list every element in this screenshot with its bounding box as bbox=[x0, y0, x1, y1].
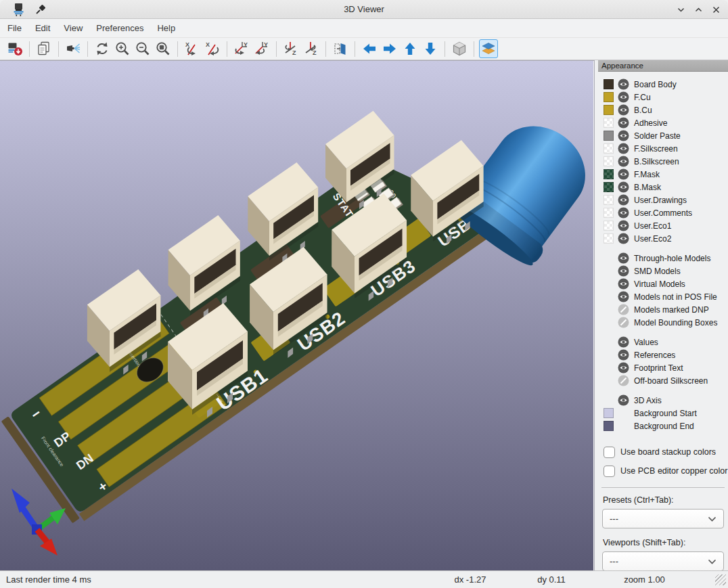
visibility-eye-icon[interactable] bbox=[618, 375, 629, 386]
layer-row-user-drawings: User.Drawings bbox=[598, 194, 728, 206]
background-start-swatch[interactable] bbox=[604, 408, 614, 418]
svg-text:Z: Z bbox=[292, 49, 296, 56]
layer-color-swatch[interactable] bbox=[604, 118, 614, 128]
layer-color-swatch[interactable] bbox=[604, 169, 614, 179]
option-row-background-end: Background End bbox=[598, 420, 728, 432]
dx-status: dx -1.27 bbox=[433, 574, 507, 585]
visibility-eye-icon[interactable] bbox=[618, 278, 629, 290]
use-board-stackup-colors-checkbox[interactable] bbox=[604, 447, 615, 458]
menu-view[interactable]: View bbox=[57, 19, 89, 38]
visibility-eye-icon[interactable] bbox=[618, 130, 629, 141]
use-pcb-editor-copper-color-checkbox[interactable] bbox=[604, 466, 615, 477]
layer-color-swatch[interactable] bbox=[604, 105, 614, 115]
visibility-eye-icon[interactable] bbox=[618, 220, 629, 231]
visibility-eye-icon[interactable] bbox=[618, 104, 629, 116]
render-raytracing-button[interactable] bbox=[64, 39, 83, 58]
rotate-y-counterclockwise-button[interactable]: Y bbox=[252, 39, 271, 58]
pan-left-icon bbox=[361, 41, 378, 57]
appearance-panel: Appearance Board Body F.Cu B.Cu Adhesive bbox=[598, 60, 728, 570]
presets-label: Presets (Ctrl+Tab): bbox=[598, 488, 728, 507]
flip-board-icon bbox=[332, 41, 348, 57]
layer-row-user-comments: User.Comments bbox=[598, 206, 728, 219]
resize-grip[interactable] bbox=[715, 574, 726, 585]
layer-row-f-cu: F.Cu bbox=[598, 91, 728, 104]
option-row-smd-models: SMD Models bbox=[598, 265, 728, 277]
toggle-appearance-panel-button[interactable] bbox=[479, 39, 498, 58]
layer-color-swatch[interactable] bbox=[604, 92, 614, 102]
menu-help[interactable]: Help bbox=[150, 19, 182, 38]
option-row-models-marked-dnp: Models marked DNP bbox=[598, 303, 728, 316]
orthographic-cube-icon bbox=[451, 41, 468, 57]
zoom-out-button[interactable] bbox=[133, 39, 152, 58]
layer-color-swatch[interactable] bbox=[604, 182, 614, 192]
visibility-eye-icon[interactable] bbox=[618, 265, 629, 277]
option-row-model-bounding-boxes: Model Bounding Boxes bbox=[598, 316, 728, 329]
render-time-status: Last render time 4 ms bbox=[6, 574, 91, 585]
flip-board-button[interactable] bbox=[331, 39, 350, 58]
visibility-eye-icon[interactable] bbox=[618, 349, 629, 361]
visibility-eye-icon[interactable] bbox=[618, 194, 629, 206]
layer-row-f-mask: F.Mask bbox=[598, 168, 728, 181]
rotate-x-counterclockwise-button[interactable]: X bbox=[203, 39, 222, 58]
pan-up-button[interactable] bbox=[401, 39, 419, 58]
chevron-down-icon bbox=[708, 516, 716, 522]
layer-row-b-silkscreen: B.Silkscreen bbox=[598, 155, 728, 168]
layer-color-swatch[interactable] bbox=[604, 79, 614, 89]
zoom-to-fit-icon bbox=[155, 41, 171, 57]
layer-color-swatch[interactable] bbox=[604, 233, 614, 244]
visibility-eye-icon[interactable] bbox=[618, 168, 629, 180]
layer-color-swatch[interactable] bbox=[604, 195, 614, 205]
visibility-eye-icon[interactable] bbox=[618, 156, 629, 167]
visibility-eye-icon[interactable] bbox=[618, 304, 629, 315]
option-row-background-start: Background Start bbox=[598, 407, 728, 420]
visibility-eye-icon[interactable] bbox=[618, 78, 629, 90]
visibility-eye-icon[interactable] bbox=[618, 233, 629, 244]
option-row-references: References bbox=[598, 348, 728, 361]
pan-left-button[interactable] bbox=[360, 39, 379, 58]
layer-color-swatch[interactable] bbox=[604, 131, 614, 141]
refresh-view-button[interactable] bbox=[93, 39, 112, 58]
zoom-to-fit-button[interactable] bbox=[154, 39, 173, 58]
toolbar: X X Y Y bbox=[0, 38, 728, 60]
layer-color-swatch[interactable] bbox=[604, 221, 614, 231]
shade-icon[interactable] bbox=[676, 5, 686, 15]
layer-row-user-eco1: User.Eco1 bbox=[598, 219, 728, 232]
statusbar: Last render time 4 ms dx -1.27 dy 0.11 z… bbox=[0, 570, 728, 588]
menu-preferences[interactable]: Preferences bbox=[89, 19, 150, 38]
menu-file[interactable]: File bbox=[1, 19, 28, 38]
visibility-eye-icon[interactable] bbox=[618, 181, 629, 193]
layer-color-swatch[interactable] bbox=[604, 208, 614, 218]
visibility-eye-icon[interactable] bbox=[618, 336, 629, 348]
visibility-eye-icon[interactable] bbox=[618, 252, 629, 264]
layer-color-swatch[interactable] bbox=[604, 143, 614, 154]
visibility-eye-icon[interactable] bbox=[618, 362, 629, 374]
rotate-x-clockwise-button[interactable]: X bbox=[183, 39, 202, 58]
background-end-swatch[interactable] bbox=[604, 421, 614, 431]
presets-dropdown[interactable]: --- bbox=[602, 509, 724, 528]
pan-right-button[interactable] bbox=[380, 39, 399, 58]
visibility-eye-icon[interactable] bbox=[618, 291, 629, 302]
viewports-dropdown[interactable]: --- bbox=[602, 551, 724, 571]
copy-image-button[interactable] bbox=[35, 39, 53, 58]
close-icon[interactable] bbox=[711, 5, 721, 15]
rotate-z-clockwise-icon: Z bbox=[283, 41, 299, 57]
3d-viewport[interactable]: − DP DN + Front clearance Insertion dept… bbox=[0, 60, 595, 570]
maximize-icon[interactable] bbox=[693, 5, 704, 15]
zoom-in-button[interactable] bbox=[113, 39, 132, 58]
visibility-eye-icon[interactable] bbox=[618, 117, 629, 129]
visibility-eye-icon[interactable] bbox=[618, 317, 629, 328]
visibility-eye-icon[interactable] bbox=[618, 143, 629, 154]
visibility-eye-icon[interactable] bbox=[618, 394, 629, 406]
rotate-y-clockwise-icon: Y bbox=[233, 41, 250, 57]
menu-edit[interactable]: Edit bbox=[28, 19, 57, 38]
visibility-eye-icon[interactable] bbox=[618, 207, 629, 219]
export-image-button[interactable] bbox=[5, 39, 24, 58]
rotate-z-counterclockwise-button[interactable]: Z bbox=[302, 39, 321, 58]
zoom-status: zoom 1.00 bbox=[612, 574, 677, 585]
visibility-eye-icon[interactable] bbox=[618, 91, 629, 103]
orthographic-view-button[interactable] bbox=[450, 39, 469, 58]
pan-down-button[interactable] bbox=[421, 39, 440, 58]
rotate-z-clockwise-button[interactable]: Z bbox=[281, 39, 300, 58]
rotate-y-clockwise-button[interactable]: Y bbox=[232, 39, 251, 58]
layer-color-swatch[interactable] bbox=[604, 156, 614, 166]
